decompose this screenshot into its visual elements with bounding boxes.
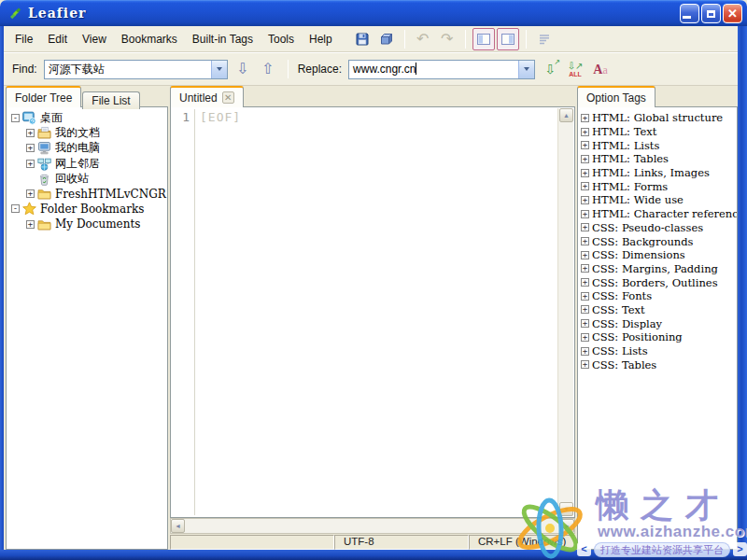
option-tag-css-pseudo-classes[interactable]: + CSS: Pseudo-classes	[578, 221, 737, 235]
expand-icon[interactable]: +	[581, 264, 589, 273]
option-tag-html-character-reference[interactable]: + HTML: Character reference	[578, 207, 737, 221]
maximize-button[interactable]	[701, 4, 721, 23]
split-left-icon	[475, 31, 491, 47]
expand-icon[interactable]: +	[581, 196, 589, 204]
menu-help[interactable]: Help	[302, 29, 340, 49]
expand-icon[interactable]: +	[581, 292, 589, 301]
expand-icon[interactable]: +	[26, 189, 35, 198]
folder-icon	[37, 187, 51, 201]
expand-icon[interactable]: +	[581, 128, 589, 136]
editor-vertical-scrollbar[interactable]: ▲ ▼	[557, 108, 573, 516]
expand-icon[interactable]: +	[26, 144, 35, 152]
collapse-icon[interactable]: -	[11, 114, 20, 122]
tab-folder-tree[interactable]: Folder Tree	[6, 86, 81, 107]
expand-icon[interactable]: +	[26, 160, 35, 168]
find-replace-bar: Find: 河源下载站 ⇩ ⇧ Replace: www.cngr.cn ⇩↗ …	[4, 52, 738, 86]
expand-icon[interactable]: +	[26, 220, 35, 229]
arrow-up-icon: ⇧	[261, 62, 274, 77]
replace-all-icon: ⇩↗ALL	[568, 62, 584, 77]
find-next-button[interactable]: ⇩	[233, 59, 253, 79]
expand-icon[interactable]: +	[581, 305, 589, 314]
replace-button[interactable]: ⇩↗	[540, 59, 560, 79]
expand-icon[interactable]: +	[581, 278, 589, 287]
find-input[interactable]: 河源下载站	[44, 60, 228, 79]
option-tag-css-lists[interactable]: + CSS: Lists	[578, 344, 737, 358]
line-number: 1	[171, 107, 194, 124]
match-case-button[interactable]: Aa	[590, 59, 611, 79]
replace-dropdown-button[interactable]	[518, 61, 534, 78]
tree-item[interactable]: + FreshHTMLvCNGR	[7, 186, 167, 201]
expand-icon[interactable]: +	[581, 114, 589, 122]
expand-icon[interactable]: +	[581, 360, 589, 369]
option-tag-html-links-images[interactable]: + HTML: Links, Images	[578, 166, 737, 180]
option-tag-html-global-structure[interactable]: + HTML: Global structure	[578, 111, 737, 125]
scroll-right-button[interactable]: ►	[560, 519, 574, 533]
menu-bookmarks[interactable]: Bookmarks	[114, 29, 185, 49]
tree-item[interactable]: 回收站	[7, 171, 167, 186]
option-tag-css-fonts[interactable]: + CSS: Fonts	[578, 289, 737, 303]
menu-tools[interactable]: Tools	[261, 29, 302, 49]
tab-untitled[interactable]: Untitled ✕	[170, 86, 244, 107]
menu-view[interactable]: View	[75, 29, 114, 49]
option-tag-html-forms[interactable]: + HTML: Forms	[578, 179, 737, 193]
tree-item[interactable]: + 我的文档	[7, 125, 167, 140]
menu-built-in-tags[interactable]: Built-in Tags	[185, 29, 261, 49]
tab-option-tags[interactable]: Option Tags	[577, 86, 655, 107]
expand-icon[interactable]: +	[581, 223, 589, 231]
option-tag-css-positioning[interactable]: + CSS: Positioning	[578, 330, 737, 344]
find-previous-button[interactable]: ⇧	[258, 59, 278, 79]
window-border-right	[738, 26, 747, 550]
editor-horizontal-scrollbar[interactable]: ◄ ►	[170, 518, 575, 534]
scroll-left-button[interactable]: ◄	[171, 519, 185, 533]
save-button[interactable]	[351, 28, 374, 50]
option-tag-html-wide-use[interactable]: + HTML: Wide use	[578, 193, 737, 207]
tab-close-icon[interactable]: ✕	[222, 91, 234, 104]
word-wrap-button[interactable]	[533, 28, 556, 50]
option-tag-html-tables[interactable]: + HTML: Tables	[578, 152, 737, 166]
option-tag-css-margins-padding[interactable]: + CSS: Margins, Padding	[578, 262, 737, 276]
minimize-button[interactable]	[680, 4, 699, 23]
option-tag-html-lists[interactable]: + HTML: Lists	[578, 138, 737, 152]
expand-icon[interactable]: +	[581, 333, 589, 342]
expand-icon[interactable]: +	[581, 169, 589, 177]
expand-icon[interactable]: +	[581, 319, 589, 328]
toggle-left-panel-button[interactable]	[472, 28, 495, 50]
tab-file-list[interactable]: File List	[82, 91, 139, 109]
option-tag-css-borders-outlines[interactable]: + CSS: Borders, Outlines	[578, 275, 737, 289]
undo-button[interactable]: ↶	[412, 28, 434, 50]
expand-icon[interactable]: +	[581, 251, 589, 259]
folder-panel-tabs: Folder TreeFile List	[6, 86, 168, 106]
scroll-down-button[interactable]: ▼	[559, 502, 573, 516]
scroll-up-button[interactable]: ▲	[559, 108, 573, 122]
tree-item[interactable]: + My Documents	[7, 217, 167, 231]
expand-icon[interactable]: +	[26, 129, 35, 137]
expand-icon[interactable]: +	[581, 237, 589, 245]
option-tag-css-backgrounds[interactable]: + CSS: Backgrounds	[578, 234, 737, 248]
expand-icon[interactable]: +	[581, 347, 589, 356]
tree-item[interactable]: + 网上邻居	[7, 156, 167, 171]
menu-edit[interactable]: Edit	[40, 29, 75, 49]
tree-item[interactable]: - 桌面	[7, 110, 167, 125]
toggle-right-panel-button[interactable]	[497, 28, 519, 50]
option-tag-css-text[interactable]: + CSS: Text	[578, 303, 737, 317]
tree-item[interactable]: - Folder Bookmarks	[7, 202, 167, 217]
option-tag-css-dimensions[interactable]: + CSS: Dimensions	[578, 248, 737, 262]
find-dropdown-button[interactable]	[211, 61, 227, 78]
redo-button[interactable]: ↷	[436, 28, 458, 50]
option-tags-content: + HTML: Global structure + HTML: Text + …	[577, 106, 738, 550]
option-tag-css-display[interactable]: + CSS: Display	[578, 316, 737, 330]
expand-icon[interactable]: +	[581, 210, 589, 218]
expand-icon[interactable]: +	[581, 141, 589, 149]
collapse-icon[interactable]: -	[11, 204, 20, 213]
menu-file[interactable]: File	[7, 29, 40, 49]
option-tag-html-text[interactable]: + HTML: Text	[578, 125, 737, 139]
expand-icon[interactable]: +	[581, 155, 589, 163]
replace-input[interactable]: www.cngr.cn	[348, 60, 535, 79]
code-editor[interactable]: 1 [EOF] ▲ ▼	[170, 106, 575, 518]
close-button[interactable]: ✕	[723, 4, 742, 23]
tree-item[interactable]: + 我的电脑	[7, 141, 167, 156]
option-tag-css-tables[interactable]: + CSS: Tables	[578, 357, 737, 371]
replace-all-button[interactable]: ⇩↗ALL	[565, 59, 585, 79]
save-all-button[interactable]	[375, 28, 398, 50]
expand-icon[interactable]: +	[581, 182, 589, 190]
